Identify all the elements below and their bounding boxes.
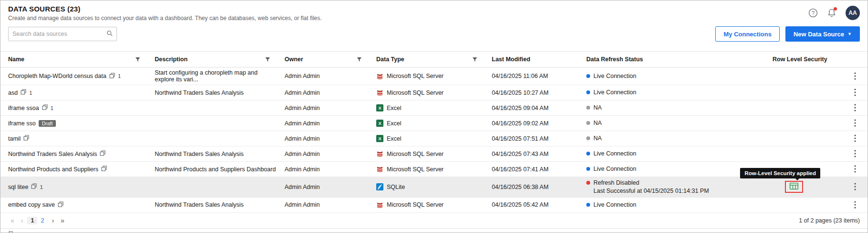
linked-dashboards-icon — [7, 231, 13, 233]
row-menu-button[interactable] — [851, 200, 859, 210]
svg-text:X: X — [378, 106, 381, 111]
table-row[interactable]: Northwind Traders Sales AnalysisNorthwin… — [0, 146, 868, 162]
datasource-name[interactable]: sql litee — [8, 184, 28, 190]
datasource-type: Excel — [387, 120, 402, 127]
help-icon[interactable]: ? — [808, 8, 818, 18]
datasource-description: Northwind Traders Sales Analysis — [155, 151, 243, 157]
row-menu-button[interactable] — [851, 88, 859, 97]
refresh-status: NA — [593, 134, 602, 143]
footnote: - Total dashboards linked with the data … — [0, 228, 868, 233]
table-row[interactable]: iframe ssoDraftAdmin AdminXExcel04/16/20… — [0, 116, 868, 131]
last-modified: 04/16/2025 05:42 AM — [492, 201, 549, 208]
column-label: Data Type — [376, 56, 404, 63]
data-sources-table: NameDescriptionOwnerData TypeLast Modifi… — [0, 52, 868, 213]
column-header-data-type[interactable]: Data Type — [372, 52, 488, 67]
avatar[interactable]: AA — [846, 6, 860, 20]
datasource-owner: Admin Admin — [285, 135, 320, 142]
sqlserver-icon — [376, 89, 383, 96]
table-row[interactable]: Northwind Products and SuppliersNorthwin… — [0, 162, 868, 177]
table-row[interactable]: sql litee1Admin AdminSQLite04/16/2025 06… — [0, 177, 868, 198]
filter-icon[interactable] — [357, 57, 362, 62]
row-menu-button[interactable] — [851, 133, 859, 143]
refresh-status: Live Connection — [593, 72, 636, 80]
filter-icon[interactable] — [265, 57, 270, 62]
notifications-bell-icon[interactable] — [827, 8, 836, 18]
page-prev-button[interactable]: ‹ — [19, 217, 26, 224]
svg-text:X: X — [378, 121, 381, 126]
rls-tooltip: Row-Level Security applied — [740, 168, 820, 178]
datasource-owner: Admin Admin — [285, 184, 320, 190]
datasource-name[interactable]: Northwind Traders Sales Analysis — [8, 151, 97, 157]
refresh-status: NA — [593, 104, 602, 112]
filter-icon[interactable] — [472, 57, 477, 62]
datasource-type: Excel — [387, 105, 402, 111]
page-number-1[interactable]: 1 — [27, 217, 37, 224]
linked-dashboards-icon — [42, 104, 48, 111]
refresh-status-detail: Last Successful at 04/15/2025 01:14:31 P… — [593, 187, 709, 195]
datasource-name[interactable]: tamil — [8, 135, 21, 142]
page-number-2[interactable]: 2 — [37, 217, 47, 224]
page-summary: 1 of 2 pages (23 items) — [799, 217, 860, 224]
status-dot — [586, 106, 590, 110]
table-row[interactable]: embed copy saveNorthwind Traders Sales A… — [0, 197, 868, 212]
search-input[interactable] — [12, 31, 106, 37]
title-block: DATA SOURCES (23) Create and manage data… — [8, 5, 322, 22]
row-menu-button[interactable] — [851, 103, 859, 112]
filter-icon[interactable] — [135, 57, 140, 62]
linked-dashboards-count: 1 — [51, 105, 53, 111]
new-data-source-label: New Data Source — [794, 31, 844, 38]
linked-dashboards-icon — [100, 150, 106, 157]
page-next-button[interactable]: › — [49, 217, 56, 224]
table-row[interactable]: tamilAdmin AdminXExcel04/16/2025 07:51 A… — [0, 131, 868, 146]
status-dot — [586, 203, 590, 207]
search-box[interactable] — [8, 27, 117, 41]
datasource-description: Northwind Traders Sales Analysis — [155, 89, 243, 96]
row-menu-button[interactable] — [851, 182, 859, 191]
datasource-name[interactable]: asd — [8, 89, 18, 96]
search-icon[interactable] — [106, 30, 113, 38]
last-modified: 04/16/2025 11:06 AM — [492, 73, 548, 79]
column-header-name[interactable]: Name — [0, 52, 151, 67]
refresh-status: Live Connection — [593, 89, 636, 97]
page-first-button[interactable]: « — [8, 217, 17, 224]
datasource-owner: Admin Admin — [285, 73, 320, 79]
column-header-actions — [841, 52, 868, 67]
sqlserver-icon — [376, 73, 383, 80]
linked-dashboards-count: 1 — [118, 73, 121, 79]
page-last-button[interactable]: » — [58, 217, 67, 224]
linked-dashboards-icon — [109, 73, 115, 80]
excel-icon: X — [376, 104, 383, 111]
linked-dashboards-icon — [58, 201, 64, 209]
top-icons: ? AA — [808, 5, 860, 20]
datasource-name[interactable]: Northwind Products and Suppliers — [8, 166, 98, 173]
datasource-name[interactable]: Choropleth Map-WDorld census data — [8, 73, 106, 79]
table-row[interactable]: Choropleth Map-WDorld census data1Start … — [0, 67, 868, 85]
new-data-source-button[interactable]: New Data Source ▼ — [785, 26, 860, 42]
my-connections-button[interactable]: My Connections — [715, 26, 779, 42]
column-header-data-refresh-status[interactable]: Data Refresh Status — [582, 52, 769, 67]
table-row[interactable]: asd1Northwind Traders Sales AnalysisAdmi… — [0, 85, 868, 100]
page-numbers: 12 — [27, 217, 47, 224]
notification-dot — [834, 7, 837, 11]
column-header-row-level-security[interactable]: Row Level Security — [769, 52, 841, 67]
row-menu-button[interactable] — [851, 164, 859, 174]
page-title: DATA SOURCES (23) — [8, 5, 322, 13]
row-menu-button[interactable] — [851, 118, 859, 128]
datasource-name[interactable]: embed copy save — [8, 201, 55, 208]
row-menu-button[interactable] — [851, 71, 859, 81]
column-header-description[interactable]: Description — [151, 52, 281, 67]
column-header-owner[interactable]: Owner — [281, 52, 372, 67]
datasource-name[interactable]: iframe ssoa — [8, 105, 39, 111]
status-dot — [586, 181, 590, 185]
datasource-type: SQLite — [387, 184, 405, 190]
row-level-security-icon[interactable] — [790, 183, 798, 191]
chevron-down-icon: ▼ — [847, 32, 852, 36]
toolbar: My Connections New Data Source ▼ — [0, 22, 868, 47]
datasource-name[interactable]: iframe sso — [8, 120, 36, 127]
column-header-last-modified[interactable]: Last Modified — [488, 52, 582, 67]
table-row[interactable]: iframe ssoa1Admin AdminXExcel04/16/2025 … — [0, 100, 868, 116]
refresh-status: Refresh Disabled — [593, 179, 709, 187]
datasource-description: Start configuring a choropleth map and e… — [155, 69, 257, 83]
datasource-owner: Admin Admin — [285, 151, 320, 157]
row-menu-button[interactable] — [851, 149, 859, 158]
